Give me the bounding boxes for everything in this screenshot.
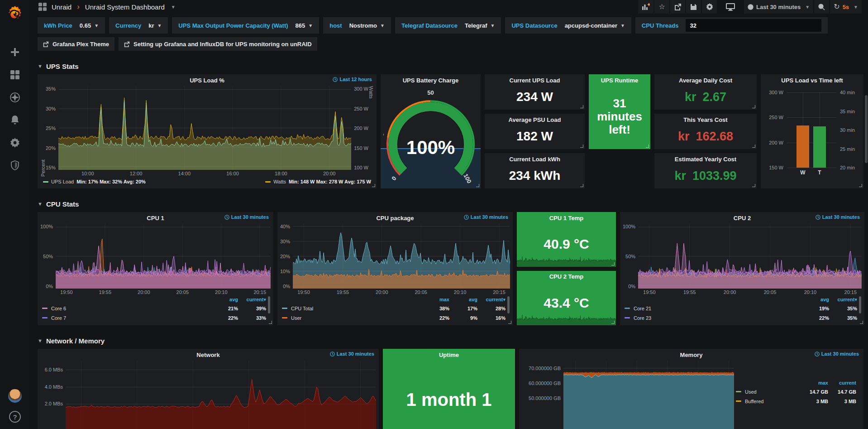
page-scrollbar[interactable]: [865, 95, 868, 163]
save-dashboard-button[interactable]: [686, 0, 701, 14]
panel-title[interactable]: Average PSU Load: [509, 116, 561, 123]
legend-sort-avg[interactable]: avg: [210, 297, 238, 302]
bar-time-left[interactable]: [813, 126, 826, 168]
sidebar-item-alerting[interactable]: [0, 109, 30, 131]
section-cpu-stats[interactable]: ▼CPU Stats: [38, 196, 864, 212]
panel-title[interactable]: CPU 2: [734, 215, 751, 222]
series-toggle[interactable]: Core 6: [42, 306, 210, 311]
link-grafana-plex-theme[interactable]: Grafana Plex Theme: [38, 37, 114, 51]
panel-title[interactable]: UPS Runtime: [601, 77, 638, 84]
panel-title[interactable]: Average Daily Cost: [679, 77, 732, 84]
dashboard-links-row: Grafana Plex Theme Setting up Grafana an…: [38, 37, 863, 51]
refresh-button[interactable]: ↻ 5s ▼: [830, 0, 862, 14]
panel-title[interactable]: CPU 1 Temp: [549, 215, 584, 222]
panel-title[interactable]: UPS Load vs Time left: [781, 77, 843, 84]
variable-value-dropdown[interactable]: 865▼: [296, 22, 313, 29]
panel-title[interactable]: Current UPS Load: [510, 77, 560, 84]
legend-scrollbar[interactable]: [859, 296, 861, 313]
panel-title[interactable]: UPS Battery Charge: [403, 77, 459, 84]
refresh-interval-caret-icon[interactable]: ▼: [854, 5, 858, 10]
bar-watts[interactable]: [796, 125, 809, 168]
zoom-out-time-button[interactable]: [814, 0, 829, 14]
variable-value-dropdown[interactable]: Telegraf▼: [465, 22, 495, 29]
panel-title[interactable]: CPU 2 Temp: [549, 273, 584, 280]
time-override-badge[interactable]: Last 30 minutes: [816, 214, 860, 220]
legend-sort-max[interactable]: max: [421, 297, 449, 302]
series-toggle[interactable]: Buffered: [736, 399, 800, 404]
legend-sort-current[interactable]: current▾: [829, 297, 857, 303]
time-range-picker[interactable]: Last 30 minutes ▼: [744, 0, 813, 14]
series-toggle[interactable]: User: [282, 315, 421, 321]
series-toggle[interactable]: Core 21: [625, 306, 801, 311]
cpu2-chart[interactable]: [638, 224, 862, 289]
cpu-package-chart[interactable]: [293, 224, 510, 289]
section-network-memory[interactable]: ▼Network / Memory: [38, 333, 864, 349]
panel-title[interactable]: CPU package: [376, 215, 414, 222]
user-avatar[interactable]: [8, 389, 22, 403]
legend-item-ups-load[interactable]: UPS LoadMin: 17% Max: 32% Avg: 20%: [43, 179, 146, 184]
series-toggle[interactable]: Core 23: [625, 315, 801, 321]
cpu-threads-input[interactable]: [686, 19, 821, 32]
dashboards-icon: [10, 70, 20, 80]
time-override-badge[interactable]: Last 12 hours: [333, 77, 372, 82]
sidebar-item-create[interactable]: [0, 41, 30, 63]
legend-sort-max[interactable]: max: [800, 380, 828, 386]
help-icon[interactable]: ?: [9, 411, 21, 423]
panel-this-years-cost: This Years Cost kr162.68: [654, 114, 757, 149]
legend-sort-avg[interactable]: avg: [449, 297, 477, 302]
series-toggle[interactable]: Used: [736, 389, 800, 395]
variable-value-dropdown[interactable]: kr▼: [148, 22, 162, 29]
memory-chart[interactable]: [563, 361, 734, 429]
link-ups-monitoring-guide[interactable]: Setting up Grafana and InfluxDB for UPS …: [119, 37, 317, 51]
chevron-down-icon: ▼: [38, 338, 43, 343]
legend-sort-avg[interactable]: avg: [801, 297, 829, 302]
panel-title[interactable]: Current Load kWh: [509, 156, 560, 163]
legend-sort-current[interactable]: current: [828, 380, 856, 386]
variable-value-dropdown[interactable]: apcupsd-container▼: [565, 22, 625, 29]
legend-row: Core 2322%35%: [625, 313, 857, 323]
clock-icon: [464, 215, 469, 220]
legend-scrollbar[interactable]: [507, 296, 510, 313]
sidebar-item-explore[interactable]: [0, 86, 30, 109]
series-toggle[interactable]: Core 7: [42, 315, 210, 321]
legend-item-watts[interactable]: WattsMin: 148 W Max: 278 W Avg: 175 W: [265, 179, 371, 184]
legend-sort-current[interactable]: current▾: [477, 297, 506, 303]
time-override-badge[interactable]: Last 30 minutes: [815, 351, 859, 357]
panel-title[interactable]: UPS Load %: [190, 77, 224, 84]
bar-chart: 300 W250 W200 W150 W W T 40 min35 min30 …: [763, 86, 861, 187]
panel-title[interactable]: Memory: [680, 352, 703, 358]
series-toggle[interactable]: CPU Total: [282, 306, 421, 311]
x-axis: 10:0012:0014:0016:0018:0020:00: [58, 170, 351, 177]
time-override-badge[interactable]: Last 30 minutes: [464, 214, 508, 220]
apps-grid-icon[interactable]: [38, 2, 47, 11]
panel-title[interactable]: CPU 1: [147, 215, 164, 222]
legend-sort-current[interactable]: current▾: [238, 297, 266, 303]
sidebar-item-dashboards[interactable]: [0, 63, 30, 86]
add-panel-button[interactable]: [638, 0, 653, 14]
network-chart[interactable]: [66, 361, 376, 429]
panel-title[interactable]: Network: [196, 352, 219, 358]
cycle-view-mode-button[interactable]: [722, 0, 739, 14]
variable-value-dropdown[interactable]: 0.65▼: [80, 22, 99, 29]
share-dashboard-button[interactable]: [670, 0, 685, 14]
breadcrumb-dashboard-title[interactable]: Unraid System Dashboard: [85, 3, 165, 11]
variable-cpu-threads: CPU Threads: [635, 17, 828, 34]
legend-scrollbar[interactable]: [268, 296, 270, 313]
dashboard-settings-button[interactable]: [702, 0, 717, 14]
cpu1-chart[interactable]: [56, 224, 271, 289]
ups-load-chart[interactable]: [58, 86, 351, 170]
sidebar-item-configuration[interactable]: [0, 131, 30, 154]
panel-title[interactable]: Estimated Yearly Cost: [675, 156, 736, 163]
grafana-logo-icon[interactable]: [6, 5, 24, 23]
dashboard-dropdown-caret-icon[interactable]: ▼: [171, 5, 176, 10]
variable-value-dropdown[interactable]: Nostromo▼: [349, 22, 385, 29]
variable-label: CPU Threads: [642, 22, 679, 29]
sidebar-item-server-admin[interactable]: [0, 154, 30, 177]
panel-title[interactable]: Uptime: [439, 352, 459, 358]
section-ups-stats[interactable]: ▼UPS Stats: [38, 58, 864, 74]
panel-title[interactable]: This Years Cost: [683, 116, 727, 123]
star-dashboard-button[interactable]: ☆: [654, 0, 669, 14]
breadcrumb-org[interactable]: Unraid: [52, 3, 72, 11]
time-override-badge[interactable]: Last 30 minutes: [330, 351, 374, 357]
time-override-badge[interactable]: Last 30 minutes: [224, 214, 269, 220]
